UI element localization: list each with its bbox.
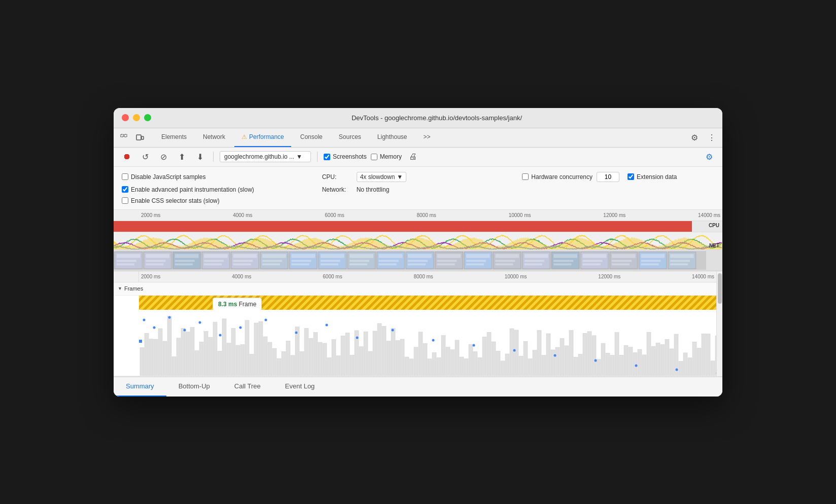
ruler-mark-12000: 12000 ms	[603, 212, 625, 218]
detail-ruler-mark-6000: 6000 ms	[323, 274, 342, 279]
device-toggle-icon[interactable]	[134, 131, 146, 143]
ruler-mark-8000: 8000 ms	[416, 212, 436, 218]
frames-label: Frames	[124, 285, 143, 292]
tab-summary[interactable]: Summary	[114, 377, 166, 397]
cpu-label: CPU	[709, 223, 719, 228]
extension-label[interactable]: Extension data	[628, 173, 677, 181]
detail-ruler-mark-2000: 2000 ms	[141, 274, 160, 279]
network-setting-row: Network: No throttling	[322, 186, 514, 193]
memory-icon[interactable]: 🖨	[406, 150, 420, 164]
settings-panel: Disable JavaScript samples CPU: 4x slowd…	[114, 167, 722, 210]
download-button[interactable]: ⬇	[193, 150, 207, 164]
divider-1	[213, 152, 214, 162]
tab-bar: Elements Network ⚠ Performance Console S…	[114, 128, 722, 148]
detail-ruler-mark-8000: 8000 ms	[413, 274, 433, 279]
reload-record-button[interactable]: ↺	[138, 150, 152, 164]
extension-checkbox[interactable]	[628, 173, 634, 180]
cpu-setting-row: CPU: 4x slowdown ▼	[322, 172, 514, 182]
hardware-input[interactable]	[597, 172, 619, 182]
enable-paint-label[interactable]: Enable advanced paint instrumentation (s…	[122, 186, 254, 193]
svg-rect-1	[124, 134, 127, 137]
svg-rect-3	[142, 136, 144, 139]
settings-gear-icon[interactable]: ⚙	[688, 131, 701, 144]
ruler-mark-6000: 6000 ms	[325, 212, 344, 218]
memory-checkbox[interactable]	[371, 154, 377, 160]
hardware-checkbox-label[interactable]: Hardware concurrency	[522, 173, 593, 181]
screenshots-canvas	[114, 251, 706, 270]
detail-ruler-mark-12000: 12000 ms	[598, 274, 620, 279]
ruler-mark-2000: 2000 ms	[141, 212, 160, 218]
detail-ruler-mark-14000: 14000 ms	[692, 274, 714, 279]
frames-section: ▼ Frames 8.3 ms Frame	[114, 282, 722, 376]
svg-rect-0	[121, 134, 123, 137]
frames-detail-canvas	[139, 310, 722, 376]
url-selector[interactable]: googlechrome.github.io ... ▼	[220, 151, 311, 162]
scrollbar-thumb[interactable]	[718, 273, 722, 304]
disable-js-samples-label[interactable]: Disable JavaScript samples	[122, 173, 205, 181]
ruler-mark-10000: 10000 ms	[509, 212, 531, 218]
net-canvas	[114, 232, 722, 250]
clear-button[interactable]: ⊘	[156, 150, 170, 164]
tab-sources[interactable]: Sources	[332, 128, 368, 147]
ruler-mark-14000: 14000 ms	[698, 212, 720, 218]
tab-call-tree[interactable]: Call Tree	[222, 377, 273, 397]
net-overview-row: NET	[114, 232, 722, 250]
memory-checkbox-label[interactable]: Memory	[371, 153, 402, 160]
tab-performance[interactable]: ⚠ Performance	[234, 128, 291, 147]
close-button[interactable]	[122, 114, 129, 121]
overview-timeline: 2000 ms 4000 ms 6000 ms 8000 ms 10000 ms…	[114, 210, 722, 271]
devtools-body: Elements Network ⚠ Performance Console S…	[114, 128, 722, 397]
screenshots-checkbox[interactable]	[324, 154, 330, 160]
detail-timeline: 2000 ms 4000 ms 6000 ms 8000 ms 10000 ms…	[114, 271, 722, 376]
bottom-tabs: Summary Bottom-Up Call Tree Event Log	[114, 376, 722, 397]
dropdown-arrow-icon: ▼	[296, 153, 302, 160]
tab-bottom-up[interactable]: Bottom-Up	[166, 377, 222, 397]
title-bar: DevTools - googlechrome.github.io/devtoo…	[114, 108, 722, 128]
window-title: DevTools - googlechrome.github.io/devtoo…	[159, 114, 714, 122]
net-label: NET	[709, 243, 719, 248]
divider-2	[317, 152, 318, 162]
tab-event-log[interactable]: Event Log	[273, 377, 327, 397]
more-options-icon[interactable]: ⋮	[705, 131, 718, 144]
tab-console[interactable]: Console	[293, 128, 330, 147]
enable-paint-row: Enable advanced paint instrumentation (s…	[122, 186, 314, 193]
toolbar: ⏺ ↺ ⊘ ⬆ ⬇ googlechrome.github.io ... ▼ S…	[114, 148, 722, 167]
hardware-row: Hardware concurrency Extension data	[522, 172, 714, 182]
cpu-fill	[114, 221, 692, 232]
frames-chevron-icon[interactable]: ▼	[118, 286, 122, 291]
enable-css-checkbox[interactable]	[122, 197, 128, 204]
detail-ruler: 2000 ms 4000 ms 6000 ms 8000 ms 10000 ms…	[114, 271, 722, 282]
tooltip-text: Frame	[239, 301, 257, 308]
record-button[interactable]: ⏺	[120, 150, 134, 164]
tab-right-icons: ⚙ ⋮	[688, 131, 718, 144]
screenshots-checkbox-label[interactable]: Screenshots	[324, 153, 367, 160]
screenshots-row	[114, 250, 722, 271]
toolbar-settings-icon[interactable]: ⚙	[702, 150, 716, 164]
tab-more[interactable]: >>	[416, 128, 438, 147]
tab-lighthouse[interactable]: Lighthouse	[370, 128, 414, 147]
detail-ruler-mark-4000: 4000 ms	[232, 274, 251, 279]
ruler-mark-4000: 4000 ms	[233, 212, 252, 218]
minimize-button[interactable]	[133, 114, 140, 121]
scrollbar[interactable]	[716, 271, 722, 376]
cpu-overview-row: CPU	[114, 221, 722, 232]
cpu-dropdown-arrow: ▼	[397, 173, 403, 181]
maximize-button[interactable]	[144, 114, 151, 121]
enable-css-row: Enable CSS selector stats (slow)	[122, 197, 314, 204]
overview-ruler: 2000 ms 4000 ms 6000 ms 8000 ms 10000 ms…	[114, 210, 722, 221]
disable-js-samples-checkbox[interactable]	[122, 173, 128, 180]
tab-elements[interactable]: Elements	[154, 128, 194, 147]
enable-paint-checkbox[interactable]	[122, 186, 128, 193]
frames-header: ▼ Frames	[114, 282, 722, 296]
tab-bar-icons	[118, 131, 146, 143]
enable-css-label[interactable]: Enable CSS selector stats (slow)	[122, 197, 220, 204]
tooltip-time: 8.3 ms	[218, 301, 237, 308]
disable-js-samples-row: Disable JavaScript samples	[122, 172, 314, 182]
upload-button[interactable]: ⬆	[175, 150, 189, 164]
hardware-checkbox[interactable]	[522, 173, 529, 180]
devtools-window: DevTools - googlechrome.github.io/devtoo…	[114, 108, 722, 397]
cpu-dropdown[interactable]: 4x slowdown ▼	[357, 172, 407, 182]
cursor-icon[interactable]	[118, 131, 130, 143]
tab-network[interactable]: Network	[196, 128, 232, 147]
detail-ruler-mark-10000: 10000 ms	[505, 274, 527, 279]
